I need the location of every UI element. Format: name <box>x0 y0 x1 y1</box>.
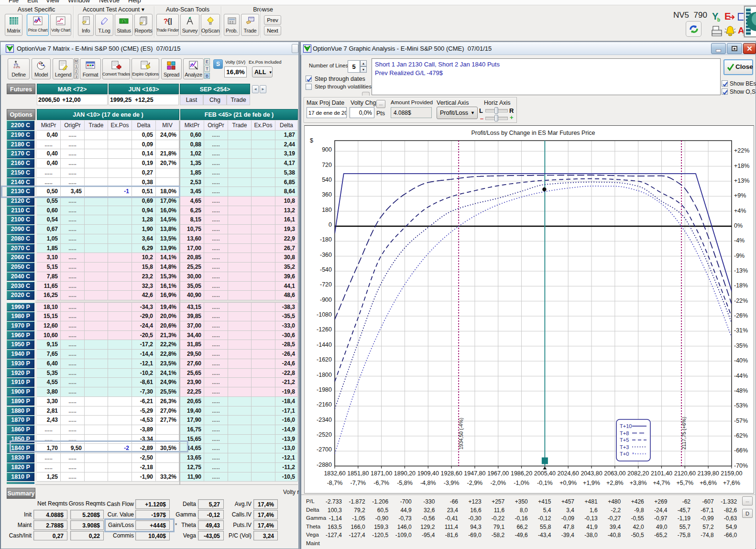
svg-text:T+10: T+10 <box>620 423 632 429</box>
svg-text:T+0: T+0 <box>620 451 629 457</box>
svg-text:*: * <box>632 452 634 457</box>
svg-text:T+5: T+5 <box>620 437 629 443</box>
svg-text:T+3: T+3 <box>620 444 629 450</box>
svg-text:T+8: T+8 <box>620 430 629 436</box>
svg-text:2117,75 (+6%): 2117,75 (+6%) <box>681 417 687 450</box>
svg-text:1934,50 (-4%): 1934,50 (-4%) <box>458 417 464 450</box>
